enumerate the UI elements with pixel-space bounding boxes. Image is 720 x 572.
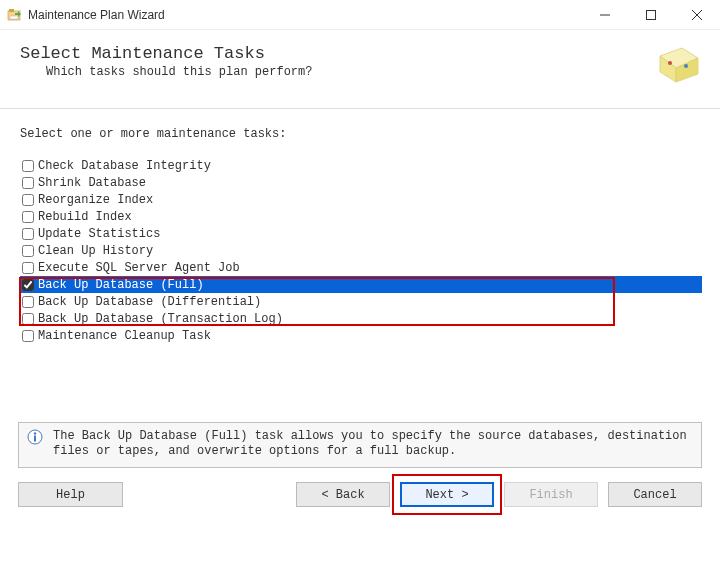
minimize-button[interactable] <box>582 0 628 30</box>
task-checkbox[interactable] <box>22 313 34 325</box>
task-label: Clean Up History <box>38 244 153 258</box>
task-checkbox[interactable] <box>22 279 34 291</box>
wizard-icon <box>652 44 702 84</box>
task-item[interactable]: Rebuild Index <box>20 208 702 225</box>
svg-rect-2 <box>10 16 18 19</box>
next-button[interactable]: Next > <box>400 482 494 507</box>
task-label: Shrink Database <box>38 176 146 190</box>
cancel-button[interactable]: Cancel <box>608 482 702 507</box>
task-checkbox[interactable] <box>22 194 34 206</box>
task-list[interactable]: Check Database IntegrityShrink DatabaseR… <box>20 157 702 344</box>
task-label: Maintenance Cleanup Task <box>38 329 211 343</box>
task-label: Execute SQL Server Agent Job <box>38 261 240 275</box>
task-checkbox[interactable] <box>22 228 34 240</box>
task-item[interactable]: Back Up Database (Differential) <box>20 293 702 310</box>
titlebar: Maintenance Plan Wizard <box>0 0 720 30</box>
task-label: Update Statistics <box>38 227 160 241</box>
maximize-button[interactable] <box>628 0 674 30</box>
task-item[interactable]: Maintenance Cleanup Task <box>20 327 702 344</box>
task-checkbox[interactable] <box>22 211 34 223</box>
task-item[interactable]: Back Up Database (Full) <box>20 276 702 293</box>
svg-rect-14 <box>34 436 36 442</box>
task-checkbox[interactable] <box>22 177 34 189</box>
task-label: Check Database Integrity <box>38 159 211 173</box>
window-controls <box>582 0 720 30</box>
task-item[interactable]: Reorganize Index <box>20 191 702 208</box>
wizard-header: Select Maintenance Tasks Which tasks sho… <box>0 30 720 84</box>
task-checkbox[interactable] <box>22 296 34 308</box>
task-description-box: The Back Up Database (Full) task allows … <box>18 422 702 468</box>
close-button[interactable] <box>674 0 720 30</box>
task-checkbox[interactable] <box>22 160 34 172</box>
task-label: Reorganize Index <box>38 193 153 207</box>
task-item[interactable]: Execute SQL Server Agent Job <box>20 259 702 276</box>
svg-point-10 <box>668 61 672 65</box>
task-item[interactable]: Check Database Integrity <box>20 157 702 174</box>
help-button[interactable]: Help <box>18 482 123 507</box>
task-label: Back Up Database (Full) <box>38 278 204 292</box>
back-button[interactable]: < Back <box>296 482 390 507</box>
finish-button: Finish <box>504 482 598 507</box>
task-description: The Back Up Database (Full) task allows … <box>53 429 693 459</box>
button-bar: Help < Back Next > Finish Cancel <box>0 468 720 507</box>
task-item[interactable]: Clean Up History <box>20 242 702 259</box>
info-icon <box>27 429 43 445</box>
task-checkbox[interactable] <box>22 245 34 257</box>
task-checkbox[interactable] <box>22 262 34 274</box>
task-checkbox[interactable] <box>22 330 34 342</box>
task-item[interactable]: Back Up Database (Transaction Log) <box>20 310 702 327</box>
svg-rect-1 <box>9 9 14 12</box>
task-label: Back Up Database (Differential) <box>38 295 261 309</box>
task-label: Back Up Database (Transaction Log) <box>38 312 283 326</box>
tasks-prompt: Select one or more maintenance tasks: <box>20 127 702 141</box>
app-icon <box>6 7 22 23</box>
window-title: Maintenance Plan Wizard <box>28 8 165 22</box>
task-label: Rebuild Index <box>38 210 132 224</box>
page-title: Select Maintenance Tasks <box>20 44 652 63</box>
svg-rect-4 <box>647 10 656 19</box>
task-item[interactable]: Update Statistics <box>20 225 702 242</box>
svg-point-13 <box>34 432 36 434</box>
svg-point-11 <box>684 64 688 68</box>
task-item[interactable]: Shrink Database <box>20 174 702 191</box>
page-subtitle: Which tasks should this plan perform? <box>46 65 652 79</box>
